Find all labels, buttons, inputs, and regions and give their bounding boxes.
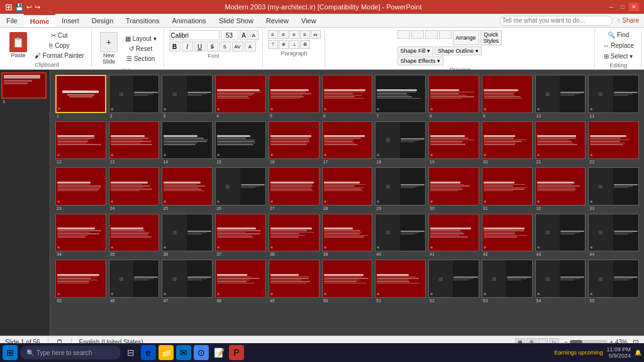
shape-effects-button[interactable]: Shape Effects ▾ (397, 57, 443, 65)
close-button[interactable]: ✕ (629, 3, 639, 11)
grid-slide-item-53[interactable]: ▦ ★ 53 (482, 260, 533, 304)
cut-button[interactable]: ✂ Cut (31, 31, 87, 40)
grid-slide-item-17[interactable]: ★ 17 (322, 121, 373, 165)
align-middle-button[interactable]: ⊕ (279, 40, 289, 49)
grid-slide-item-34[interactable]: ★ 34 (55, 214, 106, 258)
grid-slide-item-51[interactable]: ★ 51 (375, 260, 426, 304)
grid-slide-item-22[interactable]: ★ 22 (588, 121, 639, 165)
shape-outline-button[interactable]: Shape Outline ▾ (435, 47, 482, 55)
tab-insert[interactable]: Insert (55, 14, 86, 27)
maximize-button[interactable]: □ (618, 3, 628, 11)
grid-slide-item-16[interactable]: ★ 16 (269, 121, 319, 165)
taskbar-search[interactable]: 🔍 Type here to search (20, 346, 121, 359)
font-color-button[interactable]: A (245, 41, 256, 52)
select-button[interactable]: ⊞ Select ▾ (600, 52, 637, 61)
undo-icon[interactable]: ↩ (26, 3, 32, 11)
find-button[interactable]: 🔍 Find (600, 30, 637, 40)
grid-slide-item-30[interactable]: ★ 30 (428, 167, 479, 211)
grid-slide-item-46[interactable]: ▦ ★ 46 (109, 260, 160, 304)
grid-slide-item-29[interactable]: ▦ ★ 29 (375, 167, 426, 211)
file-explorer-icon[interactable]: 📁 (158, 345, 174, 360)
grid-slide-item-21[interactable]: ★ 21 (535, 121, 586, 165)
tab-home[interactable]: Home (24, 14, 56, 27)
new-slide-button[interactable]: + NewSlide (97, 30, 121, 67)
quick-styles-button[interactable]: QuickStyles (480, 30, 502, 45)
align-left-button[interactable]: ≡ (268, 30, 278, 39)
replace-button[interactable]: ↔ Replace (600, 41, 637, 50)
text-direction-button[interactable]: ⇔ (311, 30, 321, 39)
grid-slide-item-14[interactable]: ★ 14 (162, 121, 213, 165)
grid-slide-item-42[interactable]: ★ 42 (482, 214, 533, 258)
grid-slide-item-33[interactable]: ▦ ★ 33 (588, 167, 639, 211)
align-bottom-button[interactable]: ⊥ (289, 40, 299, 49)
char-spacing-button[interactable]: AV (232, 41, 243, 52)
grid-slide-item-23[interactable]: ★ 23 (55, 167, 106, 211)
tab-view[interactable]: View (295, 14, 323, 27)
grid-slide-item-26[interactable]: ▦ ★ 26 (215, 167, 266, 211)
grid-slide-item-3[interactable]: ▦ ★ 3 (162, 75, 213, 119)
grid-slide-item-28[interactable]: ★ 28 (322, 167, 373, 211)
grid-slide-item-10[interactable]: ▦ ★ 10 (535, 75, 586, 119)
align-right-button[interactable]: ≡ (289, 30, 299, 39)
grid-slide-item-37[interactable]: ★ 37 (215, 214, 266, 258)
layout-button[interactable]: ▦ Layout ▾ (122, 34, 160, 43)
grid-slide-item-49[interactable]: ★ 49 (269, 260, 319, 304)
grid-slide-item-9[interactable]: ★ 9 (482, 75, 533, 119)
tab-transitions[interactable]: Transitions (119, 14, 165, 27)
justify-button[interactable]: ≡ (300, 30, 310, 39)
font-size-input[interactable] (221, 30, 238, 40)
grid-slide-item-50[interactable]: ★ 50 (322, 260, 373, 304)
tab-animations[interactable]: Animations (165, 14, 212, 27)
align-top-button[interactable]: ⊤ (268, 40, 278, 49)
shape-1[interactable] (397, 30, 410, 39)
powerpoint-taskbar-icon[interactable]: P (229, 345, 244, 360)
grid-slide-item-20[interactable]: ★ 20 (482, 121, 533, 165)
shape-3[interactable] (425, 30, 438, 39)
text-shadow-button[interactable]: S (219, 41, 231, 52)
tab-file[interactable]: File (0, 14, 24, 27)
task-view-button[interactable]: ⊟ (123, 345, 138, 360)
paste-button[interactable]: 📋 Paste (6, 30, 30, 60)
grid-slide-item-4[interactable]: ★ 4 (215, 75, 266, 119)
italic-button[interactable]: I (182, 41, 193, 52)
grid-slide-item-24[interactable]: ★ 24 (109, 167, 160, 211)
grid-slide-item-40[interactable]: ▦ ★ 40 (375, 214, 426, 258)
grid-slide-item-31[interactable]: ★ 31 (482, 167, 533, 211)
chrome-icon[interactable]: ⊙ (194, 345, 209, 360)
grid-slide-item-1[interactable]: ★ 1 (55, 75, 106, 119)
grid-slide-item-15[interactable]: ★ 15 (215, 121, 266, 165)
ribbon-search-input[interactable] (499, 16, 613, 26)
grid-slide-item-7[interactable]: ★ 7 (375, 75, 426, 119)
grid-slide-item-44[interactable]: ▦ ★ 44 (588, 214, 639, 258)
grid-slide-item-25[interactable]: ★ 25 (162, 167, 213, 211)
grid-slide-item-35[interactable]: ★ 35 (109, 214, 160, 258)
grid-slide-item-27[interactable]: ★ 27 (269, 167, 319, 211)
grid-slide-item-11[interactable]: ▦ ★ 11 (588, 75, 639, 119)
section-button[interactable]: ☰ Section (122, 54, 160, 63)
reset-button[interactable]: ↺ Reset (122, 44, 160, 53)
shape-4[interactable] (439, 30, 452, 39)
grid-slide-item-18[interactable]: ▦ ★ 18 (375, 121, 426, 165)
grid-slide-item-38[interactable]: ★ 38 (269, 214, 319, 258)
edge-icon[interactable]: e (141, 345, 156, 360)
grid-slide-item-55[interactable]: ▦ ★ 55 (588, 260, 639, 304)
grid-slide-item-45[interactable]: ★ 45 (55, 260, 106, 304)
tab-review[interactable]: Review (260, 14, 295, 27)
grid-slide-item-6[interactable]: ★ 6 (322, 75, 373, 119)
bold-button[interactable]: B (169, 41, 180, 52)
underline-button[interactable]: U (194, 41, 206, 52)
grid-slide-item-47[interactable]: ▦ ★ 47 (162, 260, 213, 304)
tab-design[interactable]: Design (86, 14, 119, 27)
shape-fill-button[interactable]: Shape Fill ▾ (397, 47, 434, 55)
grid-slide-item-48[interactable]: ★ 48 (215, 260, 266, 304)
grid-slide-item-13[interactable]: ★ 13 (109, 121, 160, 165)
mail-icon[interactable]: ✉ (176, 345, 191, 360)
arrange-button[interactable]: Arrange (453, 30, 479, 45)
grid-slide-item-8[interactable]: ★ 8 (428, 75, 479, 119)
grid-slide-item-43[interactable]: ▦ ★ 43 (535, 214, 586, 258)
minimize-button[interactable]: ─ (606, 3, 616, 11)
grid-slide-item-39[interactable]: ★ 39 (322, 214, 373, 258)
shape-2[interactable] (411, 30, 424, 39)
share-button[interactable]: ↑ Share (618, 17, 639, 24)
tab-slideshow[interactable]: Slide Show (213, 14, 260, 27)
